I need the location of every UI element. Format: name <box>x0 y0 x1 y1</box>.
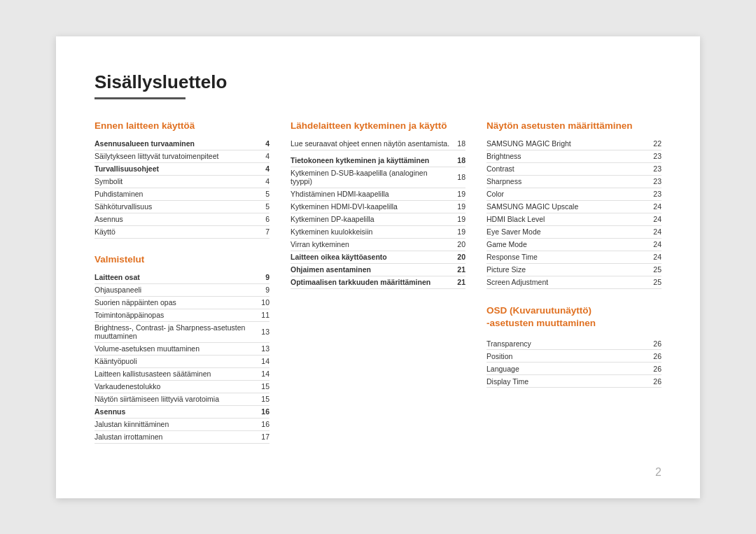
page: Sisällysluettelo Ennen laitteen käyttöä … <box>56 36 700 498</box>
row-page: 10 <box>253 296 270 309</box>
section-nayton-title: Näytön asetusten määrittäminen <box>486 120 662 131</box>
table-row: Symbolit4 <box>94 175 270 188</box>
table-row: Näytön siirtämiseen liittyviä varotoimia… <box>94 393 270 405</box>
table-row: Brightness-, Contrast- ja Sharpness-aset… <box>94 321 270 342</box>
table-row: Virran kytkeminen20 <box>290 238 465 251</box>
row-label: Käyttö <box>94 225 253 238</box>
table-row: SAMSUNG MAGIC Bright22 <box>486 138 662 150</box>
row-label: Sharpness <box>486 175 645 188</box>
row-page: 4 <box>253 150 270 162</box>
table-row: Volume-asetuksen muuttaminen13 <box>94 342 270 355</box>
row-label: Brightness <box>486 150 645 162</box>
table-row: SAMSUNG MAGIC Upscale24 <box>486 200 662 213</box>
row-label: Säilytykseen liittyvät turvatoimenpiteet <box>94 150 253 162</box>
row-page: 13 <box>253 321 270 342</box>
table-row: Säilytykseen liittyvät turvatoimenpiteet… <box>94 150 270 162</box>
row-label: Asennus <box>94 213 253 225</box>
row-label: Kytkeminen kuulokkeisiin <box>290 225 449 238</box>
page-title: Sisällysluettelo <box>94 71 662 93</box>
row-label: Brightness-, Contrast- ja Sharpness-aset… <box>94 321 253 342</box>
row-page: 6 <box>253 213 270 225</box>
row-label: Laitteen oikea käyttöasento <box>290 251 449 263</box>
row-page: 14 <box>253 367 270 380</box>
row-label: Varkaudenestolukko <box>94 380 253 393</box>
row-label: Optimaalisen tarkkuuden määrittäminen <box>290 276 449 288</box>
row-label: HDMI Black Level <box>486 213 645 225</box>
table-row: Ohjaimen asentaminen21 <box>290 263 465 276</box>
table-row: Toimintonäppäinopas11 <box>94 309 270 321</box>
row-label: Kääntyöpuoli <box>94 355 253 367</box>
table-row: Ohjauspaneeli9 <box>94 283 270 296</box>
table-row: Kytkeminen HDMI-DVI-kaapelilla19 <box>290 200 465 213</box>
row-label: SAMSUNG MAGIC Upscale <box>486 200 645 213</box>
row-label: Game Mode <box>486 238 645 251</box>
row-label: Ohjaimen asentaminen <box>290 263 449 276</box>
section-valmistelut: Valmistelut Laitteen osat9Ohjauspaneeli9… <box>94 254 270 444</box>
table-row: Puhdistaminen5 <box>94 188 270 200</box>
row-label: Position <box>486 350 645 363</box>
row-page: 20 <box>449 238 465 251</box>
row-page: 26 <box>645 337 662 350</box>
row-page: 24 <box>645 238 662 251</box>
row-page: 15 <box>253 380 270 393</box>
intro-page: 18 <box>457 139 465 148</box>
row-page: 21 <box>449 276 465 288</box>
table-row: Asennusalueen turvaaminen4 <box>94 138 270 150</box>
row-label: Kytkeminen DP-kaapelilla <box>290 213 449 225</box>
row-label: Symbolit <box>94 175 253 188</box>
row-label: Laitteen osat <box>94 272 253 284</box>
row-page: 15 <box>253 393 270 405</box>
row-label: Contrast <box>486 162 645 175</box>
row-label: Screen Adjustment <box>486 276 645 288</box>
row-page: 23 <box>645 162 662 175</box>
row-label: Laitteen kallistusasteen säätäminen <box>94 367 253 380</box>
row-label: Response Time <box>486 251 645 263</box>
section-osd-table: Transparency26Position26Language26Displa… <box>486 337 662 388</box>
row-label: Kytkeminen HDMI-DVI-kaapelilla <box>290 200 449 213</box>
row-label: Puhdistaminen <box>94 188 253 200</box>
row-label: Eye Saver Mode <box>486 225 645 238</box>
table-row: Game Mode24 <box>486 238 662 251</box>
row-page: 4 <box>253 175 270 188</box>
section-lahde: Lähdelaitteen kytkeminen ja käyttö Lue s… <box>290 120 465 289</box>
page-number: 2 <box>655 466 662 479</box>
row-label: Suorien näppäinten opas <box>94 296 253 309</box>
table-row: Turvallisuusohjeet4 <box>94 162 270 175</box>
row-label: Jalustan kiinnittäminen <box>94 418 253 430</box>
row-page: 26 <box>645 363 662 375</box>
row-page: 23 <box>645 150 662 162</box>
row-label: Yhdistäminen HDMI-kaapelilla <box>290 188 449 200</box>
col-right: Näytön asetusten määrittäminen SAMSUNG M… <box>486 120 662 459</box>
col-mid: Lähdelaitteen kytkeminen ja käyttö Lue s… <box>290 120 465 459</box>
row-label: Asennus <box>94 405 253 418</box>
row-page: 11 <box>253 309 270 321</box>
row-label: Ohjauspaneeli <box>94 283 253 296</box>
table-row: Brightness23 <box>486 150 662 162</box>
row-page: 19 <box>449 225 465 238</box>
row-label: Picture Size <box>486 263 645 276</box>
section-nayton: Näytön asetusten määrittäminen SAMSUNG M… <box>486 120 662 289</box>
row-page: 26 <box>645 375 662 388</box>
row-page: 26 <box>645 350 662 363</box>
row-page: 19 <box>449 188 465 200</box>
section-lahde-intro: Lue seuraavat ohjeet ennen näytön asenta… <box>290 138 465 150</box>
row-label: Sähköturvallisuus <box>94 200 253 213</box>
row-label: Jalustan irrottaminen <box>94 430 253 443</box>
table-row: Response Time24 <box>486 251 662 263</box>
section-lahde-table: Tietokoneen kytkeminen ja käyttäminen18K… <box>290 155 465 289</box>
table-row: Transparency26 <box>486 337 662 350</box>
table-row: Picture Size25 <box>486 263 662 276</box>
row-page: 7 <box>253 225 270 238</box>
columns: Ennen laitteen käyttöä Asennusalueen tur… <box>94 120 662 459</box>
row-label: Näytön siirtämiseen liittyviä varotoimia <box>94 393 253 405</box>
row-page: 9 <box>253 272 270 284</box>
row-label: Toimintonäppäinopas <box>94 309 253 321</box>
table-row: Screen Adjustment25 <box>486 276 662 288</box>
row-page: 16 <box>253 405 270 418</box>
table-row: Sähköturvallisuus5 <box>94 200 270 213</box>
row-page: 24 <box>645 213 662 225</box>
section-valmistelut-title: Valmistelut <box>94 254 270 265</box>
section-valmistelut-table: Laitteen osat9Ohjauspaneeli9Suorien näpp… <box>94 272 270 444</box>
table-row: Contrast23 <box>486 162 662 175</box>
row-page: 22 <box>645 138 662 150</box>
